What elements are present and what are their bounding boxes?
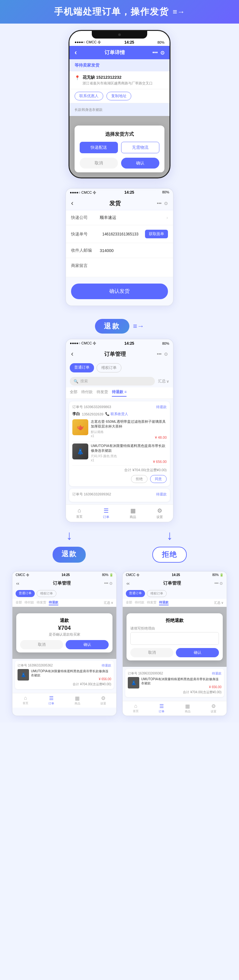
left-bottom-nav: ⌂ 首页 ☰ 订单 ▦ 商品 ⚙ 设置 [13, 693, 116, 708]
refund-confirm-button[interactable]: 确认 [65, 640, 109, 649]
left-tab-normal[interactable]: 普通订单 [16, 590, 35, 597]
reject-cancel-button[interactable]: 取消 [130, 648, 174, 657]
left-nav-home[interactable]: ⌂ 首页 [22, 695, 29, 706]
left-product-icon: ▦ [75, 695, 80, 701]
right-order-status: 待退款 [212, 671, 221, 676]
first-phone-menu[interactable]: ••• ⊙ [152, 50, 164, 56]
express-company-value: 顺丰速运 [100, 215, 166, 221]
nav-product[interactable]: ▦ 商品 [130, 507, 136, 519]
left-summary-btn[interactable]: 汇总 ∨ [104, 601, 113, 605]
modal-actions: 取消 确认 [80, 158, 159, 169]
om-header: ‹ 订单管理 ••• ⊙ [66, 347, 173, 361]
right-filter-ship[interactable]: 待发货 [147, 600, 156, 605]
modal-cancel-button[interactable]: 取消 [80, 158, 118, 169]
reject-reason-label: 请填写拒绝理由 [130, 626, 219, 631]
left-filter-row: 全部 待付款 待发货 待退款 汇总 ∨ [13, 599, 116, 607]
left-nav-settings[interactable]: ⚙ 设置 [100, 695, 106, 706]
right-status-bar: CMCC 令 14:25 80% 🔋 [123, 571, 226, 579]
right-menu[interactable]: ••• ⊙ [215, 581, 223, 585]
om-menu[interactable]: ••• ⊙ [157, 352, 168, 356]
left-nav-order[interactable]: ☰ 订单 [48, 695, 54, 706]
contact-button[interactable]: 联系优惠人 [75, 92, 103, 100]
right-tab-dispute[interactable]: 维权订单 [147, 590, 167, 597]
right-nav-order[interactable]: ☰ 订单 [159, 703, 164, 714]
copy-address-button[interactable]: 复制地址 [107, 92, 131, 100]
left-filter-pay[interactable]: 待付款 [24, 600, 34, 605]
reject-confirm-button[interactable]: 确认 [176, 648, 219, 657]
right-filter-all[interactable]: 全部 [126, 600, 132, 605]
left-filter-ship[interactable]: 待发货 [37, 600, 46, 605]
chevron-down-icon: ∨ [166, 379, 169, 383]
filter-pending-ship[interactable]: 待发货 [97, 389, 108, 397]
nav-settings[interactable]: ⚙ 设置 [156, 507, 163, 519]
order-management-phone: ●●●●○ CMCC 令 14:25 80% ‹ 订单管理 ••• ⊙ 普通订单… [65, 339, 174, 522]
tab-dispute-order[interactable]: 维权订单 [97, 363, 121, 372]
left-status-bar: CMCC 令 14:25 80% 🔋 [13, 571, 116, 579]
right-tab-normal[interactable]: 普通订单 [126, 590, 145, 597]
right-tabs: 普通订单 维权订单 [123, 588, 226, 599]
get-waybill-button[interactable]: 获取面单 [145, 230, 168, 238]
order-status-2: 待退款 [156, 492, 167, 497]
right-modal-overlay: 拒绝退款 请填写拒绝理由 取消 确认 [123, 607, 226, 667]
confirm-shipping-button[interactable]: 确认发货 [71, 283, 168, 299]
contact-buyer-link[interactable]: 📞 联系收货人 [105, 412, 128, 417]
right-nav-settings[interactable]: ⚙ 设置 [210, 703, 217, 714]
modal-confirm-button[interactable]: 确认 [121, 158, 159, 169]
right-item-row: 👗 UMUTOPIA有沐限量特殊遮料黑色提肩吊带长款修身连衣裙款 ¥ 656.0… [128, 677, 221, 689]
first-phone-status-bar: ●●●●○ CMCC 令 14:25 80% [70, 38, 169, 46]
right-order-header: 订单号 16396332699362 待退款 [128, 671, 221, 676]
reject-button-1[interactable]: 拒绝 [131, 475, 148, 483]
order-action-row: 联系优惠人 复制地址 [70, 89, 169, 103]
order-buyer-row-1: 李白 13562932639 📞 联系收货人 [72, 411, 167, 417]
express-company-row[interactable]: 快递公司 顺丰速运 › [66, 210, 173, 225]
left-filter-all[interactable]: 全部 [16, 600, 22, 605]
right-summary-btn[interactable]: 汇总 ∨ [214, 601, 223, 605]
buyer-address: 浙江省嘉兴市南湖区越秀商路与厂莘路交叉口 [83, 81, 164, 86]
zip-code-row: 收件人邮编 314000 [66, 243, 173, 258]
tracking-number-row: 快递单号 14616233161365133 获取面单 [66, 225, 173, 243]
left-chevron-icon: ∨ [111, 601, 113, 605]
left-nav-product[interactable]: ▦ 商品 [75, 695, 80, 706]
summary-button[interactable]: 汇总 ∨ [158, 379, 169, 384]
shipping-menu[interactable]: ••• ⊙ [157, 201, 168, 206]
nav-order[interactable]: ☰ 订单 [103, 507, 109, 519]
first-phone-back[interactable]: ‹ [75, 48, 77, 57]
refund-cancel-button[interactable]: 取消 [20, 640, 63, 649]
first-phone-battery: 80% [158, 40, 164, 44]
left-back[interactable]: ‹‹ [16, 581, 19, 586]
right-nav-home[interactable]: ⌂ 首页 [133, 703, 139, 714]
om-back[interactable]: ‹ [71, 350, 73, 358]
right-filter-refund[interactable]: 待退款 [159, 600, 169, 605]
right-filter-pay[interactable]: 待付款 [135, 600, 144, 605]
left-menu[interactable]: ••• ⊙ [104, 581, 113, 585]
filter-all[interactable]: 全部 [70, 389, 77, 397]
refund-modal-actions: 取消 确认 [20, 640, 109, 649]
tracking-label: 快递单号 [71, 231, 100, 237]
option-express[interactable]: 快递配送 [80, 142, 118, 153]
filter-pending-payment[interactable]: 待付款 [81, 389, 93, 397]
agree-button-1[interactable]: 同意 [150, 475, 167, 483]
om-filter-tabs: 全部 待付款 待发货 待退款 ≡ [66, 387, 173, 399]
item-2-price: ¥ 656.00 [153, 460, 167, 463]
right-order-items: 订单号 16396332699362 待退款 👗 UMUTOPIA有沐限量特殊遮… [123, 667, 226, 701]
item-1-image: 🫖 [72, 419, 88, 435]
shipping-back[interactable]: ‹ [71, 199, 73, 207]
option-no-logistics[interactable]: 无需物流 [121, 142, 159, 153]
search-box[interactable]: 🔍 搜索 [70, 377, 155, 385]
left-summary-label: 汇总 [104, 601, 110, 605]
remarks-label: 商家留言 [71, 263, 88, 268]
filter-pending-refund[interactable]: 待退款 ≡ [112, 389, 126, 397]
left-filter-refund[interactable]: 待退款 [49, 600, 58, 605]
right-total: 合计 ¥704.00(含运费¥0.00) [128, 690, 221, 695]
tab-normal-order[interactable]: 普通订单 [70, 363, 94, 372]
right-item-info: UMUTOPIA有沐限量特殊遮料黑色提肩吊带长款修身连衣裙款 ¥ 656.00 [141, 677, 221, 689]
search-placeholder: 搜索 [80, 379, 88, 384]
reject-reason-input[interactable] [130, 632, 219, 645]
order-status-bar: 等待卖家发货 [70, 59, 169, 72]
left-tab-dispute[interactable]: 维权订单 [37, 590, 56, 597]
right-nav-product[interactable]: ▦ 商品 [185, 703, 191, 714]
om-search-row: 🔍 搜索 汇总 ∨ [66, 375, 173, 387]
nav-home[interactable]: ⌂ 首页 [76, 507, 83, 519]
right-back[interactable]: ‹‹ [126, 581, 129, 586]
item-2-image: 👗 [72, 444, 88, 460]
